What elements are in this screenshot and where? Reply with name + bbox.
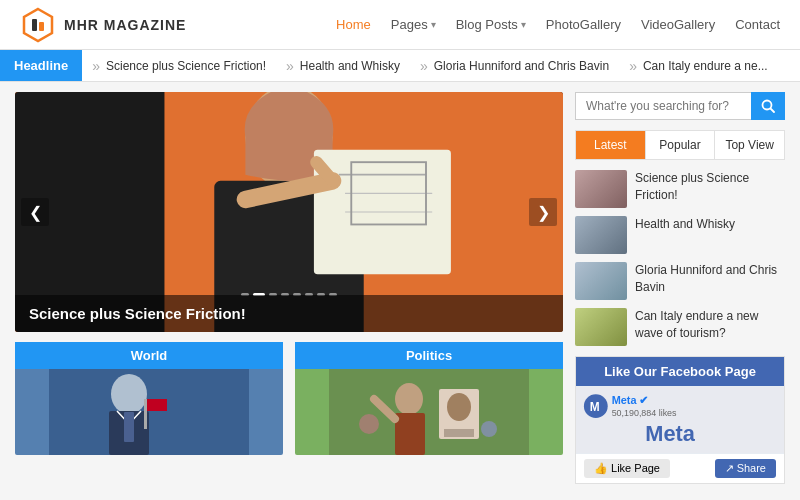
headline-item[interactable]: »Science plus Science Friction! [82, 58, 276, 74]
news-thumbnail [575, 262, 627, 300]
svg-line-30 [771, 109, 775, 113]
svg-rect-1 [32, 19, 37, 31]
separator-icon: » [420, 58, 428, 74]
facebook-box: Like Our Facebook Page M Meta ✔ 50,190,8… [575, 356, 785, 484]
chevron-down-icon: ▾ [521, 19, 526, 30]
svg-rect-2 [39, 22, 44, 31]
svg-rect-17 [124, 412, 134, 442]
separator-icon: » [286, 58, 294, 74]
headline-item[interactable]: »Can Italy endure a ne... [619, 58, 778, 74]
nav-item-home[interactable]: Home [336, 17, 371, 32]
right-sidebar: LatestPopularTop View Science plus Scien… [575, 92, 785, 490]
category-sections: World [15, 342, 563, 455]
news-item: Can Italy endure a new wave of tourism? [575, 308, 785, 346]
headline-bar: Headline »Science plus Science Friction!… [0, 50, 800, 82]
separator-icon: » [629, 58, 637, 74]
headline-label: Headline [0, 50, 82, 81]
headline-item[interactable]: »Health and Whisky [276, 58, 410, 74]
headline-item[interactable]: »Gloria Hunniford and Chris Bavin [410, 58, 619, 74]
headline-items: »Science plus Science Friction!»Health a… [82, 58, 777, 74]
politics-image [295, 369, 563, 455]
svg-text:Meta ✔: Meta ✔ [612, 394, 649, 406]
nav-item-photogallery[interactable]: PhotoGallery [546, 17, 621, 32]
sidebar-tabs: LatestPopularTop View [575, 130, 785, 160]
slider-prev-button[interactable]: ❮ [21, 198, 49, 226]
svg-text:50,190,884 likes: 50,190,884 likes [612, 408, 677, 418]
fb-preview: M Meta ✔ 50,190,884 likes Meta [576, 386, 784, 454]
separator-icon: » [92, 58, 100, 74]
svg-text:Meta: Meta [645, 421, 696, 446]
fb-header: Like Our Facebook Page [576, 357, 784, 386]
svg-point-15 [111, 374, 147, 414]
svg-point-28 [481, 421, 497, 437]
search-input[interactable] [575, 92, 751, 120]
nav-item-videogallery[interactable]: VideoGallery [641, 17, 715, 32]
news-item: Gloria Hunniford and Chris Bavin [575, 262, 785, 300]
logo-text: MHR MAGAZINE [64, 17, 186, 33]
search-button[interactable] [751, 92, 785, 120]
header: MHR MAGAZINE HomePages ▾Blog Posts ▾Phot… [0, 0, 800, 50]
svg-point-21 [395, 383, 423, 415]
logo-icon [20, 7, 56, 43]
search-box [575, 92, 785, 120]
nav-item-blog posts[interactable]: Blog Posts ▾ [456, 17, 526, 32]
main-nav: HomePages ▾Blog Posts ▾PhotoGalleryVideo… [336, 17, 780, 32]
fb-preview-svg: M Meta ✔ 50,190,884 likes Meta [576, 386, 784, 454]
world-image [15, 369, 283, 455]
news-thumbnail [575, 216, 627, 254]
news-title[interactable]: Health and Whisky [635, 216, 735, 233]
svg-rect-20 [329, 369, 529, 455]
slider-caption: Science plus Science Friction! [15, 295, 563, 332]
logo: MHR MAGAZINE [20, 7, 186, 43]
world-header: World [15, 342, 283, 369]
news-thumbnail [575, 170, 627, 208]
news-item: Health and Whisky [575, 216, 785, 254]
left-column: ❮ ❯ Science plus Science Friction! World [15, 92, 563, 490]
hero-slider: ❮ ❯ Science plus Science Friction! [15, 92, 563, 332]
svg-point-25 [447, 393, 471, 421]
news-title[interactable]: Gloria Hunniford and Chris Bavin [635, 262, 785, 296]
svg-rect-22 [395, 413, 425, 455]
fb-like-button[interactable]: 👍 Like Page [584, 459, 670, 478]
svg-text:M: M [590, 400, 600, 414]
tab-latest[interactable]: Latest [576, 131, 646, 159]
politics-title: Politics [295, 342, 563, 369]
slider-next-button[interactable]: ❯ [529, 198, 557, 226]
svg-point-27 [359, 414, 379, 434]
politics-svg [295, 369, 563, 455]
search-icon [761, 99, 775, 113]
tab-popular[interactable]: Popular [646, 131, 716, 159]
news-item: Science plus Science Friction! [575, 170, 785, 208]
world-title: World [15, 342, 283, 369]
chevron-down-icon: ▾ [431, 19, 436, 30]
svg-rect-18 [144, 399, 147, 429]
world-svg [15, 369, 283, 455]
world-section: World [15, 342, 283, 455]
politics-section: Politics [295, 342, 563, 455]
politics-header: Politics [295, 342, 563, 369]
svg-rect-19 [147, 399, 167, 411]
svg-rect-26 [444, 429, 474, 437]
fb-share-button[interactable]: ↗ Share [715, 459, 776, 478]
news-list: Science plus Science Friction! Health an… [575, 170, 785, 346]
fb-actions: 👍 Like Page ↗ Share [576, 454, 784, 483]
svg-marker-0 [24, 9, 52, 41]
tab-top-view[interactable]: Top View [715, 131, 784, 159]
news-thumbnail [575, 308, 627, 346]
news-title[interactable]: Can Italy endure a new wave of tourism? [635, 308, 785, 342]
nav-item-contact[interactable]: Contact [735, 17, 780, 32]
news-title[interactable]: Science plus Science Friction! [635, 170, 785, 204]
nav-item-pages[interactable]: Pages ▾ [391, 17, 436, 32]
main-content: ❮ ❯ Science plus Science Friction! World [0, 82, 800, 500]
